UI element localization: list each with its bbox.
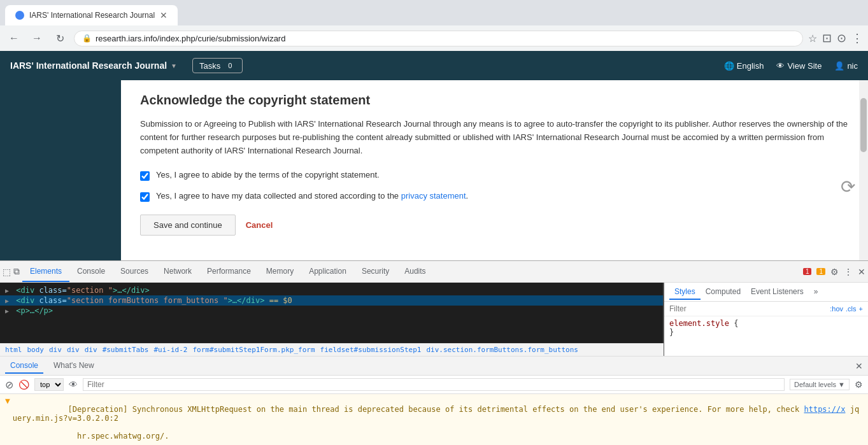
console-filter-input[interactable] (83, 378, 785, 391)
checkbox-row-2: Yes, I agree to have my data collected a… (140, 191, 849, 202)
html-line-1[interactable]: ▶ <div class="section ">…</div> (0, 285, 663, 295)
checkbox-privacy[interactable] (140, 192, 150, 202)
site-title-dropdown[interactable]: ▼ (171, 62, 177, 69)
console-tab-console[interactable]: Console (5, 358, 43, 374)
tab-performance[interactable]: Performance (199, 262, 259, 282)
tab-elements[interactable]: Elements (22, 262, 69, 282)
checkbox-copyright[interactable] (140, 171, 150, 181)
breadcrumb-form[interactable]: form#submitStep1Form.pkp_form (192, 346, 315, 354)
cast-icon[interactable]: ⊡ (822, 31, 832, 45)
triangle-icon: ▶ (5, 287, 9, 294)
breadcrumb-div-section[interactable]: div.section.formButtons.form_buttons (426, 346, 578, 354)
tab-memory[interactable]: Memory (259, 262, 301, 282)
styles-pseudo-buttons: :hov .cls + (830, 305, 863, 313)
styles-filter-bar: :hov .cls + (664, 302, 868, 316)
save-continue-button[interactable]: Save and continue (140, 215, 236, 236)
menu-icon[interactable]: ⋮ (851, 31, 863, 45)
user-icon: 👤 (834, 61, 844, 71)
tab-audits[interactable]: Audits (397, 262, 433, 282)
device-toolbar-icon[interactable]: ⧉ (13, 266, 20, 277)
hov-button[interactable]: :hov (830, 305, 843, 313)
console-body: ▼ [Deprecation] Synchronous XMLHttpReque… (0, 394, 868, 445)
tab-close-btn[interactable]: ✕ (160, 10, 167, 20)
tab-network[interactable]: Network (156, 262, 199, 282)
triangle-icon: ▶ (5, 307, 9, 314)
html-tag-close: >…</div> (113, 286, 150, 295)
checkbox-copyright-label: Yes, I agree to abide by the terms of th… (156, 170, 380, 180)
warning-icon: ▼ (5, 396, 10, 406)
back-button[interactable]: ← (5, 29, 23, 47)
scrollbar-thumb[interactable] (860, 98, 867, 152)
content-area: Acknowledge the copyright statement Subm… (121, 80, 868, 248)
tab-sources[interactable]: Sources (113, 262, 156, 282)
privacy-text-before: Yes, I agree to have my data collected a… (156, 191, 401, 201)
tasks-label: Tasks (199, 61, 220, 71)
site-nav: IARS' International Research Journal ▼ T… (0, 51, 868, 80)
error-badge: 1 (803, 268, 812, 275)
console-context-select[interactable]: top (34, 378, 64, 391)
styles-tab-event-listeners[interactable]: Event Listeners (746, 285, 809, 300)
tasks-badge[interactable]: Tasks 0 (192, 58, 243, 73)
user-menu[interactable]: 👤 nic (834, 61, 858, 71)
breadcrumb-div1[interactable]: div (49, 346, 62, 354)
view-site-link[interactable]: 👁 View Site (776, 61, 822, 71)
address-bar[interactable]: 🔒 researth.iars.info/index.php/curie/sub… (74, 31, 803, 46)
cls-button[interactable]: .cls (846, 305, 857, 313)
html-tag: <p>…</p> (16, 306, 53, 315)
styles-panel-tabs: Styles Computed Event Listeners » (664, 283, 868, 302)
devtools-panel: ⬚ ⧉ Elements Console Sources Network Per… (0, 260, 868, 445)
site-nav-right: 🌐 English 👁 View Site 👤 nic (724, 61, 858, 71)
styles-tab-more[interactable]: » (809, 285, 823, 300)
attr-class-value: "section " (67, 286, 113, 295)
browser-tab[interactable]: IARS' International Research Journal ✕ (5, 5, 178, 25)
privacy-link[interactable]: privacy statement (401, 191, 466, 201)
reload-button[interactable]: ↻ (51, 29, 69, 47)
console-stop-icon[interactable]: ⊘ (5, 379, 13, 391)
devtools-tabs-bar: ⬚ ⧉ Elements Console Sources Network Per… (0, 261, 868, 283)
site-title: IARS' International Research Journal ▼ (10, 60, 177, 71)
bookmark-icon[interactable]: ☆ (808, 32, 817, 45)
console-toolbar: ⊘ 🚫 top 👁 Default levels ▼ ⚙ (0, 376, 868, 394)
console-clear-icon[interactable]: 🚫 (18, 379, 29, 390)
scrollbar-track[interactable] (859, 80, 868, 260)
html-line-2[interactable]: ▶ <div class="section formButtons form_b… (0, 295, 663, 306)
breadcrumb-div2[interactable]: div (67, 346, 80, 354)
deprecation-link[interactable]: https://x (804, 405, 845, 414)
tab-application[interactable]: Application (301, 262, 354, 282)
breadcrumb-ui-id[interactable]: #ui-id-2 (153, 346, 187, 354)
breadcrumb-submittabs[interactable]: #submitTabs (103, 346, 149, 354)
console-level-select[interactable]: Default levels ▼ (790, 379, 850, 390)
console-tab-whats-new[interactable]: What's New (48, 358, 99, 374)
html-panel: ▶ <div class="section ">…</div> ▶ <div c… (0, 283, 664, 343)
tab-console[interactable]: Console (69, 262, 113, 282)
devtools-close-icon[interactable]: ✕ (858, 267, 865, 277)
breadcrumb-html[interactable]: html (5, 346, 22, 354)
devtools-settings-icon[interactable]: ⚙ (830, 267, 839, 277)
language-selector[interactable]: 🌐 English (724, 61, 764, 71)
inspect-element-icon[interactable]: ⬚ (3, 267, 11, 277)
html-tag: <div (16, 296, 39, 305)
loading-spinner: ⟳ (841, 176, 855, 197)
add-style-button[interactable]: + (859, 305, 863, 313)
styles-tab-styles[interactable]: Styles (669, 285, 701, 300)
devtools-more-icon[interactable]: ⋮ (844, 267, 853, 277)
styles-filter-input[interactable] (669, 304, 827, 313)
html-line-3[interactable]: ▶ <p>…</p> (0, 306, 663, 316)
sidebar (0, 80, 121, 260)
console-gear-icon[interactable]: ⚙ (855, 379, 863, 390)
console-tabs: Console What's New ✕ (0, 357, 868, 376)
account-icon[interactable]: ⊙ (837, 31, 846, 45)
cancel-button[interactable]: Cancel (246, 220, 273, 230)
styles-panel: Styles Computed Event Listeners » :hov .… (664, 283, 868, 356)
tab-security[interactable]: Security (354, 262, 397, 282)
forward-button[interactable]: → (28, 29, 46, 47)
console-close-icon[interactable]: ✕ (855, 361, 863, 371)
selected-indicator: == $0 (269, 296, 292, 305)
devtools-tab-icons: ⬚ ⧉ (3, 266, 20, 277)
breadcrumb-body[interactable]: body (27, 346, 45, 354)
console-eye-icon[interactable]: 👁 (69, 379, 78, 390)
breadcrumb-div3[interactable]: div (85, 346, 97, 354)
styles-tab-computed[interactable]: Computed (701, 285, 746, 300)
breadcrumb-fieldset[interactable]: fieldset#submissionStep1 (320, 346, 422, 354)
privacy-text-after: . (466, 191, 469, 201)
